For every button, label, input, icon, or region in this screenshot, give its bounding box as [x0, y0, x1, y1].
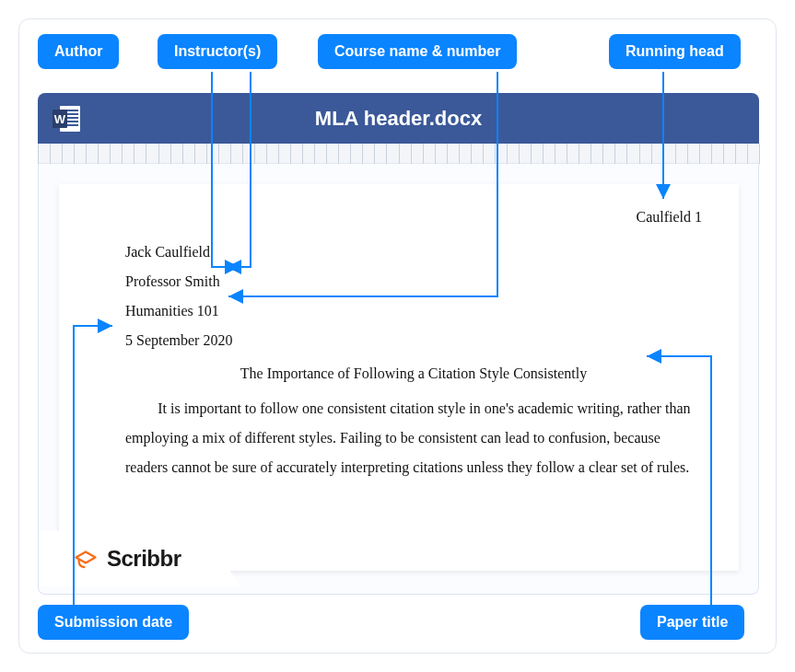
scribbr-logo-text: Scribbr — [107, 546, 181, 572]
document-filename: MLA header.docx — [315, 107, 482, 131]
label-instructor: Instructor(s) — [158, 34, 277, 69]
header-date: 5 September 2020 — [125, 326, 702, 355]
ruler — [38, 144, 759, 164]
header-author: Jack Caulfield — [125, 238, 702, 267]
header-course: Humanities 101 — [125, 296, 702, 326]
document-canvas: Caulfield 1 Jack Caulfield Professor Smi… — [38, 164, 759, 595]
header-instructor: Professor Smith — [125, 267, 702, 296]
label-course: Course name & number — [318, 34, 517, 69]
running-head: Caulfield 1 — [125, 203, 702, 232]
svg-text:W: W — [54, 112, 66, 126]
document-page: Caulfield 1 Jack Caulfield Professor Smi… — [59, 184, 739, 571]
document-titlebar: W MLA header.docx — [38, 93, 759, 144]
paper-body: It is important to follow one consistent… — [125, 394, 702, 482]
label-running-head: Running head — [609, 34, 741, 69]
label-author: Author — [38, 34, 119, 69]
diagram-frame: Author Instructor(s) Course name & numbe… — [18, 18, 777, 654]
label-submission-date: Submission date — [38, 605, 189, 640]
paper-title: The Importance of Following a Citation S… — [125, 359, 702, 388]
label-paper-title: Paper title — [640, 605, 744, 640]
scribbr-logo-icon — [72, 545, 99, 573]
word-file-icon: W — [51, 102, 84, 135]
